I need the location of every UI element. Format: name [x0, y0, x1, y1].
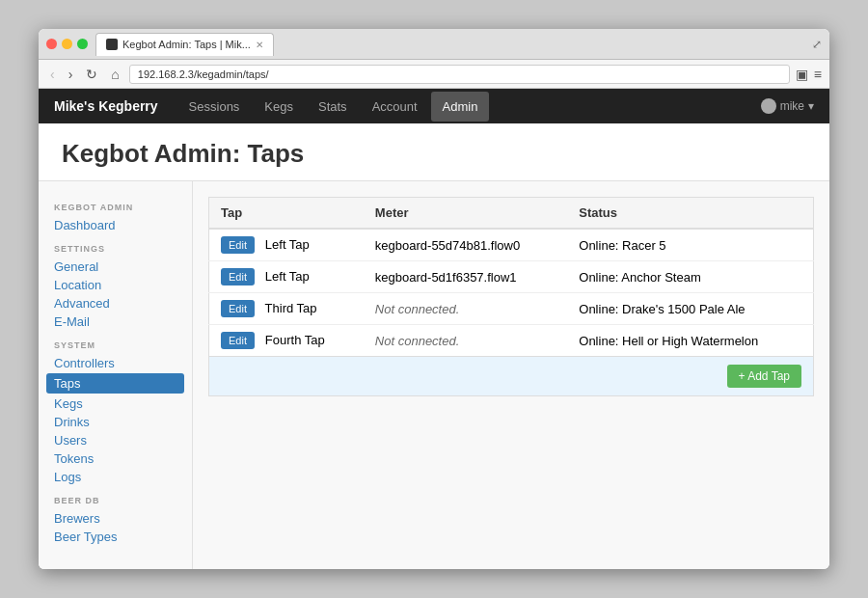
cell-status-2: Online: Drake's 1500 Pale Ale: [567, 293, 813, 325]
meter-value-2: Not connected.: [375, 302, 459, 316]
sidebar-item-users[interactable]: Users: [54, 431, 176, 449]
edit-button-3[interactable]: Edit: [221, 332, 255, 349]
table-header-row: Tap Meter Status: [209, 198, 814, 230]
close-button[interactable]: [46, 39, 57, 49]
table-area: Tap Meter Status Edit Left Tap kegboard-…: [193, 181, 829, 569]
meter-value-3: Not connected.: [375, 334, 459, 348]
sidebar-item-location[interactable]: Location: [54, 276, 176, 294]
tab-bar: Kegbot Admin: Taps | Mik... ✕: [95, 33, 812, 56]
sidebar-item-taps[interactable]: Taps: [46, 373, 184, 394]
cell-status-0: Online: Racer 5: [567, 229, 813, 261]
cell-meter-2: Not connected.: [364, 293, 567, 325]
col-tap: Tap: [209, 198, 364, 230]
traffic-lights: [46, 39, 88, 49]
sidebar-section-settings: SETTINGS: [54, 244, 176, 254]
maximize-button[interactable]: [77, 39, 88, 49]
nav-link-account[interactable]: Account: [361, 92, 429, 122]
browser-window: Kegbot Admin: Taps | Mik... ✕ ⤢ ‹ › ↻ ⌂ …: [39, 29, 829, 569]
table-row: Edit Fourth Tap Not connected. Online: H…: [209, 325, 814, 357]
meter-value-0: kegboard-55d74b81.flow0: [375, 238, 520, 253]
sidebar-section-system: SYSTEM: [54, 340, 176, 350]
cell-status-3: Online: Hell or High Watermelon: [567, 325, 813, 357]
sidebar: KEGBOT ADMIN Dashboard SETTINGS General …: [39, 181, 193, 569]
app-brand: Mike's Kegberry: [54, 98, 158, 114]
tab-title: Kegbot Admin: Taps | Mik...: [122, 39, 251, 50]
col-status: Status: [567, 198, 813, 230]
col-meter: Meter: [364, 198, 567, 230]
sidebar-item-logs[interactable]: Logs: [54, 468, 176, 486]
page-title: Kegbot Admin: Taps: [62, 139, 806, 169]
screen-icon: ▣: [796, 67, 808, 82]
cell-tap-3: Edit Fourth Tap: [209, 325, 364, 357]
nav-user: mike ▾: [761, 98, 814, 114]
taps-table: Tap Meter Status Edit Left Tap kegboard-…: [208, 197, 814, 357]
table-row: Edit Left Tap kegboard-5d1f6357.flow1 On…: [209, 261, 814, 293]
add-tap-label: + Add Tap: [739, 369, 791, 383]
nav-links: Sessions Kegs Stats Account Admin: [177, 92, 490, 122]
favicon-icon: [106, 39, 118, 50]
nav-link-stats[interactable]: Stats: [307, 92, 359, 122]
edit-button-2[interactable]: Edit: [221, 300, 255, 317]
home-button[interactable]: ⌂: [107, 65, 122, 84]
sidebar-item-drinks[interactable]: Drinks: [54, 413, 176, 431]
title-bar: Kegbot Admin: Taps | Mik... ✕ ⤢: [39, 29, 829, 60]
table-row: Edit Third Tap Not connected. Online: Dr…: [209, 293, 814, 325]
toolbar-icons: ▣ ≡: [796, 67, 822, 82]
app-navbar: Mike's Kegberry Sessions Kegs Stats Acco…: [39, 89, 829, 123]
cell-tap-0: Edit Left Tap: [209, 229, 364, 261]
cell-status-1: Online: Anchor Steam: [567, 261, 813, 293]
address-bar: ‹ › ↻ ⌂ ▣ ≡: [39, 60, 829, 89]
minimize-button[interactable]: [62, 39, 72, 49]
sidebar-section-kegbot-admin: KEGBOT ADMIN: [54, 203, 176, 212]
main-layout: KEGBOT ADMIN Dashboard SETTINGS General …: [39, 181, 829, 569]
cell-tap-2: Edit Third Tap: [209, 293, 364, 325]
user-avatar-icon: [761, 98, 776, 114]
page-content: Kegbot Admin: Taps KEGBOT ADMIN Dashboar…: [39, 123, 829, 569]
nav-username: mike: [780, 99, 804, 113]
sidebar-item-beer-types[interactable]: Beer Types: [54, 528, 176, 546]
sidebar-item-email[interactable]: E-Mail: [54, 313, 176, 331]
expand-icon[interactable]: ⤢: [812, 38, 822, 51]
nav-link-sessions[interactable]: Sessions: [177, 92, 252, 122]
sidebar-item-kegs[interactable]: Kegs: [54, 394, 176, 413]
edit-button-1[interactable]: Edit: [221, 268, 255, 285]
sidebar-item-controllers[interactable]: Controllers: [54, 354, 176, 372]
page-header: Kegbot Admin: Taps: [39, 123, 829, 181]
sidebar-item-brewers[interactable]: Brewers: [54, 509, 176, 528]
back-button[interactable]: ‹: [46, 65, 59, 84]
sidebar-item-dashboard[interactable]: Dashboard: [54, 216, 176, 234]
table-row: Edit Left Tap kegboard-55d74b81.flow0 On…: [209, 229, 814, 261]
browser-tab[interactable]: Kegbot Admin: Taps | Mik... ✕: [95, 33, 274, 56]
nav-dropdown-icon[interactable]: ▾: [808, 99, 814, 113]
sidebar-item-tokens[interactable]: Tokens: [54, 449, 176, 468]
tab-close-button[interactable]: ✕: [256, 40, 263, 50]
nav-link-admin[interactable]: Admin: [431, 92, 490, 122]
refresh-button[interactable]: ↻: [82, 65, 101, 84]
nav-link-kegs[interactable]: Kegs: [253, 92, 305, 122]
cell-meter-0: kegboard-55d74b81.flow0: [364, 229, 567, 261]
address-input[interactable]: [129, 65, 790, 84]
sidebar-item-general[interactable]: General: [54, 258, 176, 276]
menu-icon[interactable]: ≡: [814, 67, 822, 82]
forward-button[interactable]: ›: [65, 65, 77, 84]
cell-tap-1: Edit Left Tap: [209, 261, 364, 293]
edit-button-0[interactable]: Edit: [221, 236, 255, 254]
sidebar-item-advanced[interactable]: Advanced: [54, 294, 176, 313]
sidebar-section-beerdb: BEER DB: [54, 496, 176, 505]
table-footer: + Add Tap: [208, 357, 814, 396]
cell-meter-3: Not connected.: [364, 325, 567, 357]
cell-meter-1: kegboard-5d1f6357.flow1: [364, 261, 567, 293]
add-tap-button[interactable]: + Add Tap: [727, 365, 802, 388]
meter-value-1: kegboard-5d1f6357.flow1: [375, 270, 517, 285]
